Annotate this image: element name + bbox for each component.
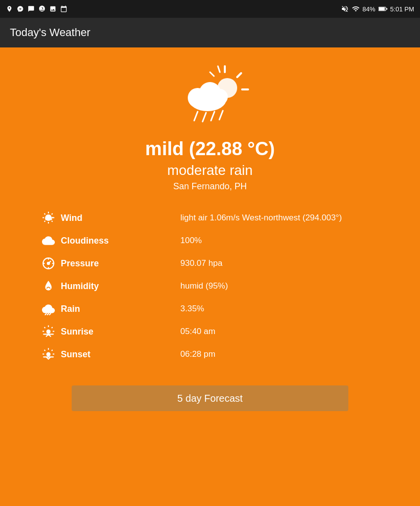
app-title: Today's Weather — [10, 26, 90, 39]
detail-label-group-sunset: Sunset — [42, 348, 180, 361]
main-content: mild (22.88 °C) moderate rain San Fernan… — [0, 47, 420, 506]
detail-row-pressure: Pressure 930.07 hpa — [42, 252, 378, 275]
pressure-icon — [42, 257, 55, 270]
wind-icon — [42, 211, 55, 224]
pressure-label: Pressure — [61, 258, 99, 269]
detail-label-group-cloudiness: Cloudiness — [42, 234, 180, 247]
detail-row-humidity: Humidity humid (95%) — [42, 275, 378, 297]
svg-line-14 — [203, 113, 206, 122]
wind-label: Wind — [61, 213, 83, 223]
svg-line-16 — [219, 111, 223, 120]
svg-line-15 — [211, 112, 214, 121]
svg-line-4 — [237, 73, 241, 77]
svg-line-25 — [47, 314, 48, 315]
detail-row-wind: Wind light air 1.06m/s West-northwest (2… — [42, 207, 378, 229]
usb-icon — [39, 5, 45, 12]
svg-point-27 — [46, 330, 51, 334]
detail-row-cloudiness: Cloudiness 100% — [42, 229, 378, 252]
svg-line-24 — [45, 314, 46, 315]
wind-value: light air 1.06m/s West-northwest (294.00… — [180, 213, 378, 223]
cloud-icon — [42, 234, 55, 247]
status-bar: 84% 5:01 PM — [0, 0, 420, 18]
cloudiness-label: Cloudiness — [61, 236, 109, 246]
temperature-display: mild (22.88 °C) — [145, 138, 275, 160]
detail-label-group-sunrise: Sunrise — [42, 325, 180, 338]
humidity-icon — [42, 280, 55, 293]
chat-icon — [28, 5, 35, 12]
sunrise-value: 05:40 am — [180, 327, 378, 337]
sunrise-label: Sunrise — [61, 327, 93, 337]
calendar-icon — [60, 5, 67, 12]
weather-icon-container — [170, 62, 250, 133]
pressure-value: 930.07 hpa — [180, 258, 378, 268]
svg-rect-1 — [378, 7, 384, 10]
detail-label-group-pressure: Pressure — [42, 257, 180, 270]
detail-row-sunrise: Sunrise 05:40 am — [42, 320, 378, 343]
rain-label: Rain — [61, 304, 80, 314]
svg-point-12 — [212, 89, 228, 105]
location-icon — [6, 5, 13, 12]
cloudiness-value: 100% — [180, 236, 378, 246]
rain-value: 3.35% — [180, 304, 378, 314]
image-icon — [49, 5, 56, 12]
messenger-icon — [17, 5, 24, 12]
battery-icon — [378, 5, 387, 12]
status-right: 84% 5:01 PM — [341, 5, 414, 13]
sunset-icon — [42, 348, 55, 361]
detail-label-group-rain: Rain — [42, 302, 180, 315]
detail-row-sunset: Sunset 06:28 pm — [42, 343, 378, 366]
mute-icon — [341, 5, 349, 13]
detail-label-group-wind: Wind — [42, 211, 180, 224]
detail-label-group-humidity: Humidity — [42, 280, 180, 293]
svg-line-26 — [49, 314, 50, 315]
svg-line-23 — [48, 261, 50, 263]
forecast-button-label: 5 day Forecast — [177, 393, 243, 404]
svg-line-6 — [218, 66, 220, 72]
battery-percentage: 84% — [363, 5, 376, 13]
weather-details: Wind light air 1.06m/s West-northwest (2… — [42, 207, 378, 366]
humidity-label: Humidity — [61, 281, 99, 292]
svg-rect-2 — [386, 8, 387, 10]
sunrise-icon — [42, 325, 55, 338]
time-display: 5:01 PM — [390, 5, 414, 13]
rain-icon — [42, 302, 55, 315]
weather-description: moderate rain — [168, 163, 253, 178]
location-display: San Fernando, PH — [173, 181, 247, 192]
sunset-label: Sunset — [61, 349, 90, 360]
status-icons-left — [6, 5, 67, 12]
weather-icon — [170, 62, 250, 131]
humidity-value: humid (95%) — [180, 281, 378, 291]
forecast-button[interactable]: 5 day Forecast — [72, 385, 348, 411]
sunset-value: 06:28 pm — [180, 349, 378, 359]
svg-line-7 — [210, 72, 214, 76]
detail-row-rain: Rain 3.35% — [42, 297, 378, 320]
wifi-icon — [352, 5, 360, 13]
app-bar: Today's Weather — [0, 18, 420, 47]
svg-point-28 — [46, 352, 51, 357]
svg-line-13 — [194, 112, 198, 121]
